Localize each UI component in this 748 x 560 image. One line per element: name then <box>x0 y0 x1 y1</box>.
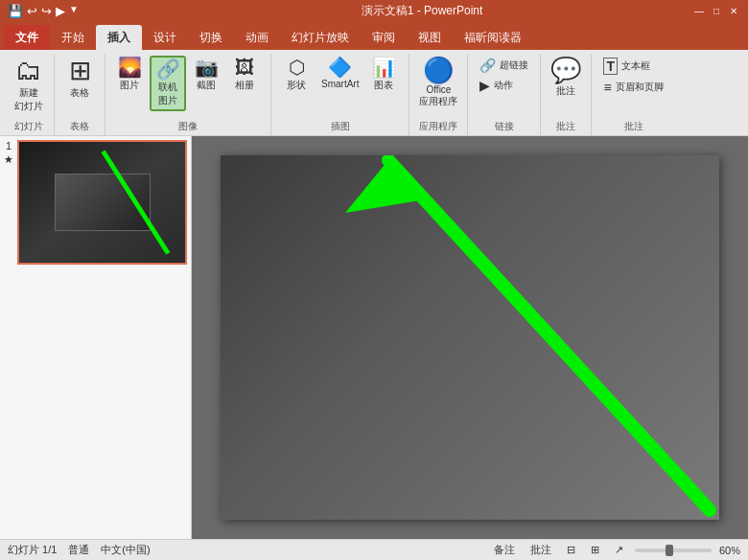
tab-bar: 文件 开始 插入 设计 切换 动画 幻灯片放映 审阅 视图 福昕阅读器 <box>0 21 748 50</box>
picture-icon: 🌄 <box>118 58 142 77</box>
table-group-label: 表格 <box>70 120 89 133</box>
window-title: 演示文稿1 - PowerPoint <box>152 3 692 19</box>
album-icon: 🖼 <box>235 58 254 77</box>
office-app-button[interactable]: 🔵 Office应用程序 <box>415 56 461 110</box>
new-slide-button[interactable]: 🗂 新建幻灯片 <box>10 56 48 115</box>
dropdown-icon[interactable]: ▼ <box>69 4 79 18</box>
svg-line-1 <box>388 160 710 510</box>
online-picture-icon: 🔗 <box>156 59 180 79</box>
new-slide-icon: 🗂 <box>15 58 42 84</box>
green-arrow-svg <box>221 155 719 520</box>
hyperlink-label: 超链接 <box>500 58 528 72</box>
normal-view-button[interactable]: ⊟ <box>563 544 579 556</box>
online-picture-label: 联机图片 <box>158 81 177 107</box>
undo-icon[interactable]: ↩ <box>27 4 37 18</box>
screenshot-button[interactable]: 📷 截图 <box>188 56 224 94</box>
shape-button[interactable]: ⬡ 形状 <box>277 56 316 94</box>
ribbon-group-table: ⊞ 表格 表格 <box>55 54 105 135</box>
chart-icon: 📊 <box>372 58 396 77</box>
ribbon: 🗂 新建幻灯片 幻灯片 ⊞ 表格 表格 🌄 图片 🔗 联机图片 <box>0 50 748 136</box>
slide-number: 1 <box>6 140 12 152</box>
status-right: 备注 批注 ⊟ ⊞ ↗ 60% <box>490 543 740 557</box>
main-area: 1 ★ <box>0 136 748 539</box>
screenshot-label: 截图 <box>197 79 216 92</box>
tab-start[interactable]: 开始 <box>50 25 96 50</box>
close-button[interactable]: ✕ <box>727 4 740 17</box>
slide-sorter-button[interactable]: ⊞ <box>587 544 603 556</box>
chart-label: 图表 <box>374 79 393 92</box>
comment-button[interactable]: 💬 批注 <box>547 56 585 100</box>
language-status: 中文(中国) <box>101 543 150 557</box>
play-icon[interactable]: ▶ <box>56 4 65 18</box>
album-button[interactable]: 🖼 相册 <box>226 56 263 94</box>
action-icon: ▶ <box>479 78 490 93</box>
slide-panel: 1 ★ <box>0 136 192 539</box>
ribbon-group-image: 🌄 图片 🔗 联机图片 📷 截图 🖼 相册 图像 <box>105 54 271 135</box>
save-icon[interactable]: 💾 <box>8 4 23 18</box>
comment-icon: 💬 <box>550 58 581 82</box>
new-slide-label: 新建幻灯片 <box>14 86 43 113</box>
header-footer-label: 页眉和页脚 <box>616 81 664 94</box>
status-bar: 幻灯片 1/1 普通 中文(中国) 备注 批注 ⊟ ⊞ ↗ 60% <box>0 539 748 560</box>
ribbon-group-link: 🔗 超链接 ▶ 动作 链接 <box>468 54 541 135</box>
office-app-label: Office应用程序 <box>419 84 457 108</box>
tab-animation[interactable]: 动画 <box>234 25 280 50</box>
slide-group-label: 幻灯片 <box>14 120 43 133</box>
comments-button[interactable]: 批注 <box>526 543 555 557</box>
svg-line-0 <box>103 152 168 254</box>
tab-foxit[interactable]: 福昕阅读器 <box>453 25 533 50</box>
smartart-icon: 🔷 <box>328 58 352 77</box>
redo-icon[interactable]: ↪ <box>41 4 52 18</box>
maximize-button[interactable]: □ <box>710 4 723 17</box>
picture-label: 图片 <box>120 79 139 92</box>
action-label: 动作 <box>494 79 513 92</box>
table-button[interactable]: ⊞ 表格 <box>60 56 99 102</box>
online-picture-button[interactable]: 🔗 联机图片 <box>150 56 186 111</box>
reading-view-button[interactable]: ↗ <box>611 544 627 556</box>
comment-group-label: 批注 <box>556 120 575 133</box>
slide-count-status: 幻灯片 1/1 <box>8 543 57 557</box>
tab-file[interactable]: 文件 <box>4 25 50 50</box>
header-footer-icon: ≡ <box>603 80 611 95</box>
tab-insert[interactable]: 插入 <box>96 25 142 50</box>
textbox-icon: T <box>603 58 618 75</box>
app-group-label: 应用程序 <box>419 120 457 133</box>
shape-label: 形状 <box>287 79 306 92</box>
minimize-button[interactable]: — <box>692 4 706 17</box>
ribbon-group-text: T 文本框 ≡ 页眉和页脚 批注 <box>592 54 674 135</box>
tab-view[interactable]: 视图 <box>407 25 453 50</box>
text-group-label: 批注 <box>624 120 643 133</box>
zoom-thumb <box>666 545 673 556</box>
hyperlink-icon: 🔗 <box>479 58 496 73</box>
screenshot-icon: 📷 <box>195 58 219 77</box>
view-mode-status: 普通 <box>68 543 89 557</box>
zoom-level: 60% <box>719 545 740 556</box>
canvas-area[interactable] <box>192 136 748 539</box>
header-footer-button[interactable]: ≡ 页眉和页脚 <box>597 78 668 97</box>
smartart-label: SmartArt <box>321 79 359 89</box>
smartart-button[interactable]: 🔷 SmartArt <box>317 56 362 91</box>
tab-transition[interactable]: 切换 <box>188 25 234 50</box>
illustration-group-label: 插图 <box>331 120 350 133</box>
picture-button[interactable]: 🌄 图片 <box>111 56 148 94</box>
slide-thumbnail[interactable] <box>17 140 187 265</box>
tab-slideshow[interactable]: 幻灯片放映 <box>280 25 361 50</box>
hyperlink-button[interactable]: 🔗 超链接 <box>474 56 534 75</box>
comment-label: 批注 <box>556 84 575 98</box>
zoom-slider[interactable] <box>635 548 712 552</box>
action-button[interactable]: ▶ 动作 <box>474 76 519 95</box>
ribbon-group-illustration: ⬡ 形状 🔷 SmartArt 📊 图表 插图 <box>271 54 409 135</box>
chart-button[interactable]: 📊 图表 <box>364 56 403 94</box>
link-group-label: 链接 <box>495 120 514 133</box>
tab-design[interactable]: 设计 <box>142 25 188 50</box>
office-app-icon: 🔵 <box>423 58 454 82</box>
image-group-label: 图像 <box>178 120 198 133</box>
textbox-label: 文本框 <box>621 59 650 73</box>
notes-button[interactable]: 备注 <box>490 543 519 557</box>
tab-review[interactable]: 审阅 <box>361 25 407 50</box>
textbox-button[interactable]: T 文本框 <box>597 56 656 77</box>
slide-canvas <box>221 155 719 520</box>
table-icon: ⊞ <box>69 58 91 84</box>
title-bar: 💾 ↩ ↪ ▶ ▼ 演示文稿1 - PowerPoint — □ ✕ <box>0 0 748 21</box>
album-label: 相册 <box>235 79 254 92</box>
